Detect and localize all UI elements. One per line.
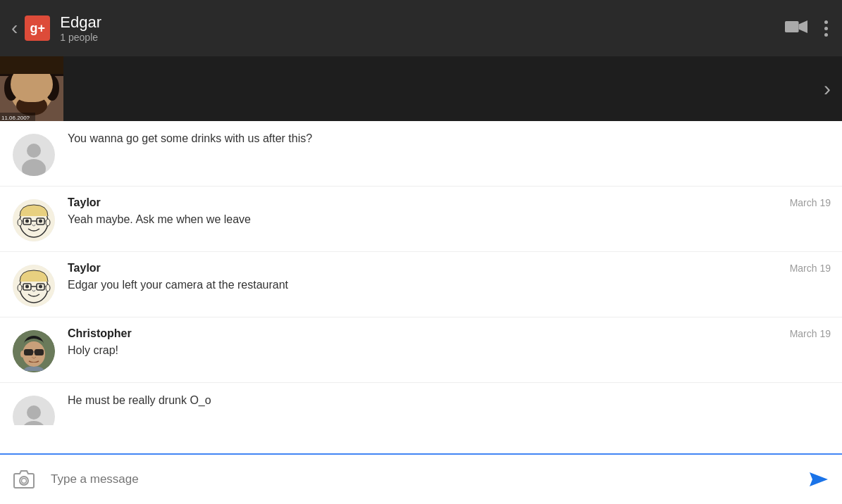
avatar-col (0, 327, 68, 372)
svg-point-6 (45, 75, 59, 101)
chat-subtitle: 1 people (60, 32, 785, 43)
dot2 (824, 27, 828, 30)
message-text-input[interactable] (48, 464, 794, 495)
message-row: Taylor March 19 Yeah maybe. Ask me when … (0, 187, 842, 252)
avatar-col (0, 196, 68, 241)
message-content: Taylor March 19 Yeah maybe. Ask me when … (68, 196, 831, 227)
message-text: Edgar you left your camera at the restau… (68, 277, 831, 293)
avatar-col (0, 262, 68, 307)
video-call-button[interactable] (785, 19, 807, 37)
taylor-avatar (13, 265, 55, 307)
message-row: You wanna go get some drinks with us aft… (0, 121, 842, 187)
message-content: Taylor March 19 Edgar you left your came… (68, 262, 831, 293)
chat-title-block: Edgar 1 people (60, 13, 785, 43)
svg-point-7 (16, 96, 47, 115)
taylor-avatar (13, 199, 55, 241)
sender-name: Taylor (68, 196, 101, 209)
message-date: March 19 (790, 197, 831, 208)
partial-message-row: He must be really drunk O_o (0, 383, 842, 425)
chat-title: Edgar (60, 13, 785, 32)
message-text: Yeah maybe. Ask me when we leave (68, 212, 831, 227)
message-input-bar (0, 453, 842, 504)
svg-point-49 (22, 479, 27, 484)
video-participants-strip: 11.06.200? › (0, 56, 842, 121)
message-date: March 19 (790, 263, 831, 274)
sender-name: Taylor (68, 262, 101, 275)
christopher-avatar (13, 330, 55, 372)
message-text: You wanna go get some drinks with us aft… (68, 131, 831, 146)
dot1 (824, 20, 828, 24)
avatar (13, 396, 55, 425)
header-actions (785, 18, 831, 39)
svg-point-5 (4, 75, 18, 101)
svg-point-14 (27, 144, 41, 158)
svg-point-10 (29, 94, 35, 99)
svg-rect-42 (24, 349, 33, 355)
svg-point-46 (27, 405, 41, 420)
header-bar: ‹ g+ Edgar 1 people (0, 0, 842, 56)
svg-point-8 (22, 87, 27, 93)
svg-point-25 (18, 219, 22, 226)
svg-point-36 (18, 284, 22, 291)
svg-point-35 (39, 285, 42, 289)
svg-point-37 (46, 284, 50, 291)
message-header: Taylor March 19 (68, 196, 831, 209)
svg-rect-0 (785, 21, 799, 32)
svg-marker-50 (810, 472, 828, 486)
message-date: March 19 (790, 328, 831, 339)
avatar-col (0, 393, 68, 425)
back-button[interactable]: ‹ (11, 18, 18, 38)
send-button[interactable] (803, 464, 834, 495)
svg-rect-43 (35, 349, 44, 355)
message-row: Christopher March 19 Holy crap! (0, 317, 842, 383)
message-content: Christopher March 19 Holy crap! (68, 327, 831, 358)
message-header: Taylor March 19 (68, 262, 831, 275)
sender-name: Christopher (68, 327, 132, 340)
message-header: Christopher March 19 (68, 327, 831, 340)
message-text: He must be really drunk O_o (68, 393, 819, 408)
svg-point-9 (36, 87, 42, 93)
message-content: He must be really drunk O_o (68, 393, 819, 408)
svg-marker-1 (799, 20, 807, 33)
message-content: You wanna go get some drinks with us aft… (68, 131, 831, 146)
svg-point-24 (39, 220, 42, 223)
google-plus-icon: g+ (25, 15, 50, 41)
next-participant-button[interactable]: › (824, 77, 831, 101)
avatar (13, 134, 55, 176)
more-options-button[interactable] (822, 18, 831, 39)
svg-text:11.06.200?: 11.06.200? (1, 115, 30, 121)
message-row: Taylor March 19 Edgar you left your came… (0, 252, 842, 317)
message-text: Holy crap! (68, 343, 831, 358)
camera-button[interactable] (8, 464, 39, 495)
edgar-video-thumb[interactable]: 11.06.200? (0, 56, 63, 121)
svg-point-26 (46, 219, 50, 226)
dot3 (824, 33, 828, 37)
chat-messages-area: You wanna go get some drinks with us aft… (0, 121, 842, 453)
avatar-col (0, 131, 68, 176)
svg-rect-3 (0, 56, 63, 76)
svg-point-34 (25, 285, 29, 289)
svg-point-23 (25, 220, 29, 223)
